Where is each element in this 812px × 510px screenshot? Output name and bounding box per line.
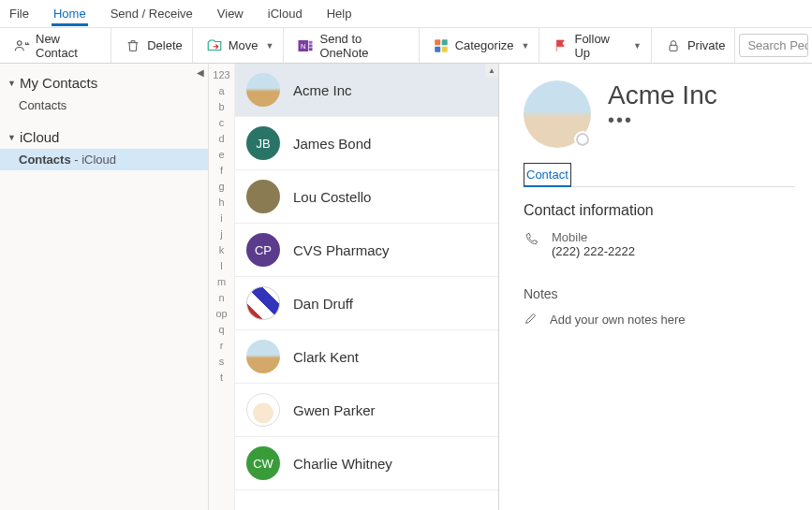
svg-rect-7: [309, 44, 313, 47]
detail-header: Acme Inc •••: [524, 80, 795, 148]
move-label: Move: [229, 38, 258, 52]
scroll-up-button[interactable]: ▲: [485, 64, 498, 77]
delete-button[interactable]: Delete: [123, 34, 185, 58]
collapse-sidebar-icon[interactable]: ◀: [197, 67, 204, 78]
alpha-letter[interactable]: l: [220, 260, 222, 271]
send-onenote-button[interactable]: N Send to OneNote: [295, 28, 410, 64]
menu-icloud[interactable]: iCloud: [266, 1, 304, 26]
alpha-letter[interactable]: d: [218, 133, 224, 144]
more-actions-button[interactable]: •••: [608, 110, 717, 129]
follow-up-label: Follow Up: [574, 32, 626, 60]
alpha-letter[interactable]: g: [218, 181, 224, 192]
svg-rect-8: [309, 48, 313, 51]
contact-row[interactable]: Acme Inc: [235, 64, 498, 117]
contact-row[interactable]: Gwen Parker: [235, 384, 498, 437]
avatar: JB: [246, 126, 280, 160]
contact-row[interactable]: Lou Costello: [235, 170, 498, 224]
flag-icon: [553, 37, 568, 54]
private-button[interactable]: Private: [663, 34, 727, 58]
avatar: [246, 340, 280, 373]
nav-item-label: Contacts: [19, 153, 71, 167]
detail-contact-name: Acme Inc: [608, 80, 717, 110]
toolbar: New Contact Delete Move ▼ N Send to OneN…: [0, 28, 812, 64]
new-contact-button[interactable]: New Contact: [11, 28, 103, 64]
contact-row[interactable]: JBJames Bond: [235, 117, 498, 170]
nav-item-contacts-icloud[interactable]: Contacts - iCloud: [0, 149, 208, 170]
alpha-letter[interactable]: i: [220, 212, 222, 224]
alpha-letter[interactable]: h: [218, 197, 224, 208]
phone-label: Mobile: [552, 230, 635, 244]
svg-rect-12: [441, 46, 447, 51]
svg-rect-9: [435, 39, 440, 45]
contact-row[interactable]: CWCharlie Whitney: [235, 437, 498, 490]
svg-rect-13: [670, 45, 677, 51]
nav-item-suffix: - iCloud: [71, 153, 116, 167]
move-button[interactable]: Move ▼: [204, 34, 276, 58]
tab-contact[interactable]: Contact: [524, 163, 571, 187]
alpha-letter[interactable]: b: [218, 101, 224, 112]
alpha-letter[interactable]: r: [220, 340, 224, 351]
menu-send-receive[interactable]: Send / Receive: [109, 1, 195, 26]
folder-move-icon: [206, 37, 223, 54]
follow-up-button[interactable]: Follow Up ▼: [551, 28, 642, 64]
menu-view[interactable]: View: [215, 1, 245, 26]
svg-rect-6: [309, 40, 313, 43]
categorize-label: Categorize: [455, 38, 514, 52]
menu-home[interactable]: Home: [52, 1, 88, 26]
categorize-icon: [433, 37, 450, 54]
trash-icon: [125, 37, 141, 54]
nav-header-icloud[interactable]: ▼ iCloud: [0, 125, 208, 149]
svg-rect-11: [435, 46, 440, 51]
nav-header-label: iCloud: [20, 129, 60, 145]
avatar: [246, 286, 280, 320]
nav-section-icloud: ▼ iCloud Contacts - iCloud: [0, 125, 208, 170]
new-contact-label: New Contact: [36, 32, 101, 60]
add-notes-button[interactable]: Add your own notes here: [524, 311, 795, 328]
contact-row[interactable]: CPCVS Pharmacy: [235, 224, 498, 277]
contact-name-label: Acme Inc: [293, 82, 352, 98]
alpha-letter[interactable]: s: [219, 356, 225, 367]
search-input[interactable]: Search Peopl: [739, 34, 808, 57]
svg-rect-10: [441, 39, 447, 45]
alpha-letter[interactable]: 123: [213, 69, 229, 80]
avatar: [246, 180, 280, 213]
folder-sidebar: ◀ ▼ My Contacts Contacts ▼ iCloud Contac…: [0, 64, 209, 510]
chevron-down-icon: ▼: [7, 133, 16, 142]
contact-row[interactable]: Clark Kent: [235, 330, 498, 384]
alpha-letter[interactable]: a: [218, 85, 224, 96]
alpha-letter[interactable]: e: [218, 149, 224, 160]
main-content: ◀ ▼ My Contacts Contacts ▼ iCloud Contac…: [0, 64, 812, 510]
phone-icon: [524, 232, 540, 258]
alpha-letter[interactable]: t: [220, 372, 223, 383]
notes-section-label: Notes: [524, 286, 795, 301]
detail-tabs: Contact: [524, 163, 795, 187]
nav-header-label: My Contacts: [20, 75, 97, 91]
alpha-index: 123abcdefghijklmnopqrst: [209, 64, 235, 510]
alpha-letter[interactable]: q: [218, 324, 224, 335]
menu-help[interactable]: Help: [325, 1, 354, 26]
chevron-down-icon: ▼: [266, 41, 274, 51]
nav-header-my-contacts[interactable]: ▼ My Contacts: [0, 71, 208, 95]
alpha-letter[interactable]: n: [218, 292, 224, 303]
menu-file[interactable]: File: [7, 1, 31, 26]
phone-row: Mobile (222) 222-2222: [524, 230, 795, 258]
presence-indicator: [574, 131, 591, 148]
alpha-letter[interactable]: k: [219, 244, 225, 255]
categorize-button[interactable]: Categorize ▼: [431, 34, 532, 58]
alpha-letter[interactable]: j: [220, 228, 222, 240]
onenote-icon: N: [297, 37, 314, 54]
alpha-letter[interactable]: m: [217, 276, 226, 287]
alpha-letter[interactable]: op: [215, 308, 227, 319]
alpha-letter[interactable]: c: [219, 117, 225, 128]
detail-avatar: [524, 80, 591, 148]
menu-bar: File Home Send / Receive View iCloud Hel…: [0, 0, 812, 28]
avatar: [246, 73, 280, 107]
nav-item-contacts[interactable]: Contacts: [0, 95, 208, 116]
alpha-letter[interactable]: f: [220, 165, 223, 176]
contact-name-label: CVS Pharmacy: [293, 242, 390, 258]
contact-row[interactable]: Dan Druff: [235, 277, 498, 330]
contact-name-label: Dan Druff: [293, 296, 353, 312]
contact-list: ▲ Acme IncJBJames BondLou CostelloCPCVS …: [235, 64, 498, 510]
svg-point-0: [18, 40, 22, 45]
nav-section-my-contacts: ▼ My Contacts Contacts: [0, 71, 208, 116]
